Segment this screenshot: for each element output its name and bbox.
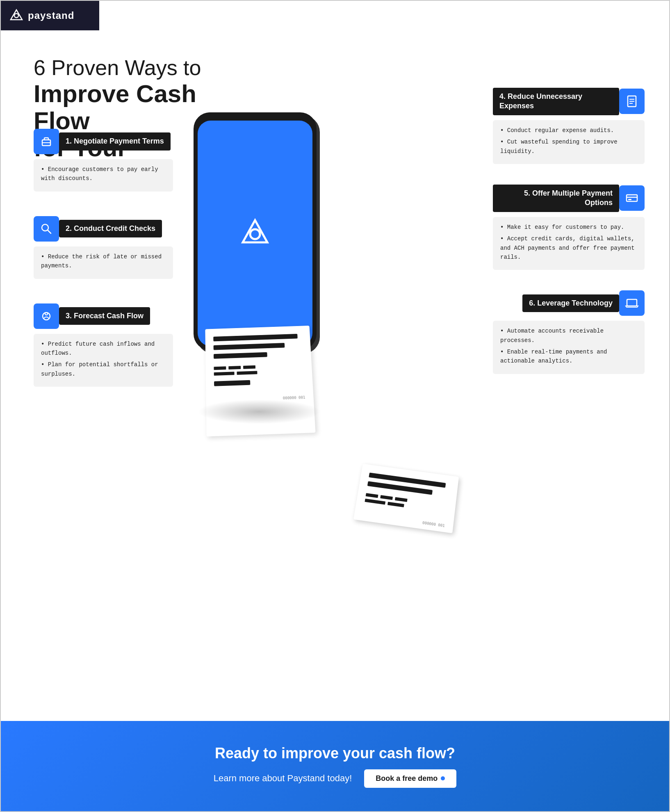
svg-line-5 xyxy=(48,230,51,233)
tip-2-header: 2. Conduct Credit Checks xyxy=(34,216,173,242)
tip-2-content: Reduce the risk of late or missed paymen… xyxy=(34,246,173,279)
svg-marker-0 xyxy=(11,10,22,20)
tip-6-content: Automate accounts receivable processes. … xyxy=(493,321,645,374)
tip-3-content: Predict future cash inflows and outflows… xyxy=(34,334,173,387)
left-tips-column: 1. Negotiate Payment Terms Encourage cus… xyxy=(34,129,173,387)
briefcase-icon xyxy=(39,134,54,149)
paystand-logo-icon xyxy=(9,8,24,23)
phone-notch xyxy=(239,116,271,119)
tip-6-block: 6. Leverage Technology Automate accounts… xyxy=(493,290,645,374)
cta-title: Ready to improve your cash flow? xyxy=(215,745,455,762)
cta-subtitle: Learn more about Paystand today! xyxy=(214,773,352,784)
cta-button-dot xyxy=(441,776,445,780)
tip-4-content: Conduct regular expense audits. Cut wast… xyxy=(493,120,645,164)
forecast-icon xyxy=(39,309,54,324)
tip-4-block: 4. Reduce Unnecessary Expenses Conduct r… xyxy=(493,88,645,164)
receipt-line-4 xyxy=(214,380,250,386)
tip-4-icon-box xyxy=(619,89,645,114)
tip-1-header: 1. Negotiate Payment Terms xyxy=(34,129,173,154)
page-title-line1: 6 Proven Ways to xyxy=(34,55,239,80)
header: paystand xyxy=(1,1,99,30)
svg-rect-17 xyxy=(627,299,637,306)
main-content: 6 Proven Ways to Improve Cash Flow for Y… xyxy=(1,30,669,760)
tip-1-icon-box xyxy=(34,129,59,154)
tip-3-icon-box xyxy=(34,303,59,329)
svg-rect-14 xyxy=(627,195,637,201)
svg-point-9 xyxy=(250,229,260,239)
phone-body xyxy=(194,112,317,350)
svg-rect-16 xyxy=(628,199,631,200)
tip-3-header: 3. Forecast Cash Flow xyxy=(34,303,173,329)
svg-point-7 xyxy=(45,312,48,315)
document-icon xyxy=(624,94,639,109)
tip-3-label: 3. Forecast Cash Flow xyxy=(59,307,150,325)
tip-5-header: 5. Offer Multiple Payment Options xyxy=(493,185,645,212)
laptop-icon xyxy=(624,296,639,310)
tip-5-icon-box xyxy=(619,185,645,211)
tip-1-block: 1. Negotiate Payment Terms Encourage cus… xyxy=(34,129,173,192)
search-icon xyxy=(39,221,54,236)
tip-6-icon-box xyxy=(619,290,645,316)
tip-2-label: 2. Conduct Credit Checks xyxy=(59,220,162,237)
tip-4-label: 4. Reduce Unnecessary Expenses xyxy=(493,88,619,115)
svg-point-1 xyxy=(14,14,18,18)
brand-name: paystand xyxy=(28,10,74,21)
tip-6-label: 6. Leverage Technology xyxy=(522,294,619,312)
tip-5-content: Make it easy for customers to pay. Accep… xyxy=(493,217,645,270)
tip-1-content: Encourage customers to pay early with di… xyxy=(34,159,173,192)
receipt-shadow xyxy=(198,399,321,424)
receipt-2: 000000 001 xyxy=(353,464,459,533)
receipt-line-2 xyxy=(214,343,285,350)
cta-sub-row: Learn more about Paystand today! Book a … xyxy=(214,769,457,788)
tip-6-header: 6. Leverage Technology xyxy=(493,290,645,316)
tip-2-block: 2. Conduct Credit Checks Reduce the risk… xyxy=(34,216,173,279)
right-tips-column: 4. Reduce Unnecessary Expenses Conduct r… xyxy=(493,88,645,374)
tip-5-label: 5. Offer Multiple Payment Options xyxy=(493,185,619,212)
cta-button-label: Book a free demo xyxy=(376,774,438,783)
paystand-screen-logo xyxy=(239,217,271,250)
tip-3-block: 3. Forecast Cash Flow Predict future cas… xyxy=(34,303,173,387)
cta-button[interactable]: Book a free demo xyxy=(364,769,456,788)
phone-screen xyxy=(198,121,312,346)
receipt-dashes-2 xyxy=(214,370,304,376)
footer-cta: Ready to improve your cash flow? Learn m… xyxy=(1,721,669,811)
receipt-line-1 xyxy=(213,334,298,341)
tip-1-label: 1. Negotiate Payment Terms xyxy=(59,132,171,150)
tip-2-icon-box xyxy=(34,216,59,242)
receipt-line-3 xyxy=(214,352,267,359)
tip-4-header: 4. Reduce Unnecessary Expenses xyxy=(493,88,645,115)
payment-icon xyxy=(624,191,639,205)
phone-illustration: 000000 001 xyxy=(173,112,337,563)
tip-5-block: 5. Offer Multiple Payment Options Make i… xyxy=(493,185,645,270)
